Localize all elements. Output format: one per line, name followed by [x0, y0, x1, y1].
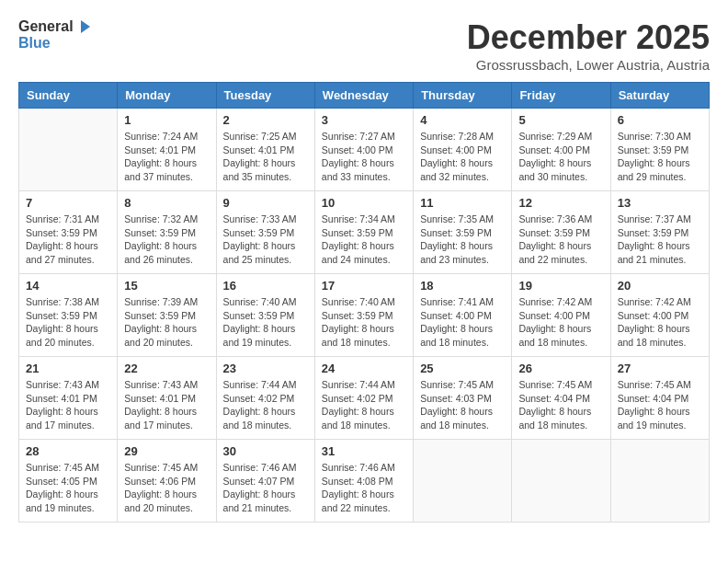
- day-info: Sunrise: 7:33 AMSunset: 3:59 PMDaylight:…: [223, 213, 308, 267]
- location-subtitle: Grossrussbach, Lower Austria, Austria: [467, 57, 710, 73]
- day-cell-3-0: 21Sunrise: 7:43 AMSunset: 4:01 PMDayligh…: [19, 357, 118, 440]
- day-info: Sunrise: 7:28 AMSunset: 4:00 PMDaylight:…: [420, 130, 505, 184]
- day-cell-2-5: 19Sunrise: 7:42 AMSunset: 4:00 PMDayligh…: [512, 274, 610, 357]
- month-title: December 2025: [467, 18, 710, 57]
- day-cell-4-3: 31Sunrise: 7:46 AMSunset: 4:08 PMDayligh…: [314, 440, 413, 523]
- logo-general-text: General: [18, 18, 74, 35]
- day-info: Sunrise: 7:38 AMSunset: 3:59 PMDaylight:…: [26, 295, 110, 350]
- day-number: 29: [124, 444, 209, 458]
- day-cell-3-3: 24Sunrise: 7:44 AMSunset: 4:02 PMDayligh…: [314, 357, 413, 440]
- day-number: 24: [322, 362, 406, 375]
- day-info: Sunrise: 7:46 AMSunset: 4:08 PMDaylight:…: [322, 461, 406, 515]
- day-cell-3-1: 22Sunrise: 7:43 AMSunset: 4:01 PMDayligh…: [118, 357, 216, 440]
- day-cell-0-0: [19, 109, 118, 191]
- day-info: Sunrise: 7:27 AMSunset: 4:00 PMDaylight:…: [322, 130, 406, 184]
- day-cell-4-1: 29Sunrise: 7:45 AMSunset: 4:06 PMDayligh…: [118, 440, 216, 523]
- day-info: Sunrise: 7:45 AMSunset: 4:04 PMDaylight:…: [618, 378, 702, 432]
- day-cell-1-6: 13Sunrise: 7:37 AMSunset: 3:59 PMDayligh…: [610, 191, 709, 274]
- day-number: 25: [420, 362, 505, 375]
- day-cell-3-4: 25Sunrise: 7:45 AMSunset: 4:03 PMDayligh…: [414, 357, 512, 440]
- day-info: Sunrise: 7:30 AMSunset: 3:59 PMDaylight:…: [618, 130, 702, 184]
- header-thursday: Thursday: [414, 83, 512, 109]
- day-cell-0-2: 2Sunrise: 7:25 AMSunset: 4:01 PMDaylight…: [216, 109, 314, 191]
- day-info: Sunrise: 7:31 AMSunset: 3:59 PMDaylight:…: [26, 213, 110, 267]
- day-info: Sunrise: 7:42 AMSunset: 4:00 PMDaylight:…: [518, 295, 603, 350]
- day-info: Sunrise: 7:45 AMSunset: 4:06 PMDaylight:…: [124, 461, 209, 515]
- day-cell-4-6: [610, 440, 709, 523]
- day-number: 11: [420, 196, 505, 210]
- day-number: 21: [26, 362, 110, 375]
- logo-blue-text: Blue: [18, 35, 92, 52]
- day-info: Sunrise: 7:39 AMSunset: 3:59 PMDaylight:…: [124, 295, 209, 350]
- day-number: 22: [124, 362, 209, 375]
- day-number: 28: [26, 444, 110, 458]
- calendar-table: Sunday Monday Tuesday Wednesday Thursday…: [18, 82, 710, 523]
- logo-arrow-icon: [75, 18, 92, 35]
- day-cell-1-0: 7Sunrise: 7:31 AMSunset: 3:59 PMDaylight…: [19, 191, 118, 274]
- day-number: 15: [124, 279, 209, 293]
- day-info: Sunrise: 7:37 AMSunset: 3:59 PMDaylight:…: [618, 213, 702, 267]
- header-saturday: Saturday: [610, 83, 709, 109]
- weekday-header-row: Sunday Monday Tuesday Wednesday Thursday…: [19, 83, 710, 109]
- day-cell-2-6: 20Sunrise: 7:42 AMSunset: 4:00 PMDayligh…: [610, 274, 709, 357]
- day-cell-1-2: 9Sunrise: 7:33 AMSunset: 3:59 PMDaylight…: [216, 191, 314, 274]
- day-info: Sunrise: 7:40 AMSunset: 3:59 PMDaylight:…: [322, 295, 406, 350]
- day-info: Sunrise: 7:35 AMSunset: 3:59 PMDaylight:…: [420, 213, 505, 267]
- day-cell-3-5: 26Sunrise: 7:45 AMSunset: 4:04 PMDayligh…: [512, 357, 610, 440]
- day-cell-1-1: 8Sunrise: 7:32 AMSunset: 3:59 PMDaylight…: [118, 191, 216, 274]
- day-number: 4: [420, 113, 505, 127]
- day-info: Sunrise: 7:44 AMSunset: 4:02 PMDaylight:…: [223, 378, 308, 432]
- day-number: 20: [618, 279, 702, 293]
- day-number: 12: [518, 196, 603, 210]
- page-header: General Blue December 2025 Grossrussbach…: [18, 18, 710, 73]
- day-number: 19: [518, 279, 603, 293]
- day-number: 30: [223, 444, 308, 458]
- day-info: Sunrise: 7:29 AMSunset: 4:00 PMDaylight:…: [518, 130, 603, 184]
- header-wednesday: Wednesday: [314, 83, 413, 109]
- svg-marker-0: [81, 20, 90, 33]
- day-number: 26: [518, 362, 603, 375]
- day-cell-4-0: 28Sunrise: 7:45 AMSunset: 4:05 PMDayligh…: [19, 440, 118, 523]
- week-row-2: 7Sunrise: 7:31 AMSunset: 3:59 PMDaylight…: [19, 191, 710, 274]
- day-cell-0-4: 4Sunrise: 7:28 AMSunset: 4:00 PMDaylight…: [414, 109, 512, 191]
- day-number: 17: [322, 279, 406, 293]
- day-cell-0-5: 5Sunrise: 7:29 AMSunset: 4:00 PMDaylight…: [512, 109, 610, 191]
- day-number: 23: [223, 362, 308, 375]
- title-section: December 2025 Grossrussbach, Lower Austr…: [467, 18, 710, 73]
- day-cell-2-0: 14Sunrise: 7:38 AMSunset: 3:59 PMDayligh…: [19, 274, 118, 357]
- day-cell-0-3: 3Sunrise: 7:27 AMSunset: 4:00 PMDaylight…: [314, 109, 413, 191]
- day-info: Sunrise: 7:42 AMSunset: 4:00 PMDaylight:…: [618, 295, 702, 350]
- day-cell-0-1: 1Sunrise: 7:24 AMSunset: 4:01 PMDaylight…: [118, 109, 216, 191]
- day-cell-1-5: 12Sunrise: 7:36 AMSunset: 3:59 PMDayligh…: [512, 191, 610, 274]
- header-friday: Friday: [512, 83, 610, 109]
- day-number: 7: [26, 196, 110, 210]
- logo: General Blue: [18, 18, 92, 52]
- day-info: Sunrise: 7:40 AMSunset: 3:59 PMDaylight:…: [223, 295, 308, 350]
- day-info: Sunrise: 7:34 AMSunset: 3:59 PMDaylight:…: [322, 213, 406, 267]
- day-info: Sunrise: 7:46 AMSunset: 4:07 PMDaylight:…: [223, 461, 308, 515]
- day-number: 16: [223, 279, 308, 293]
- day-number: 2: [223, 113, 308, 127]
- day-cell-1-4: 11Sunrise: 7:35 AMSunset: 3:59 PMDayligh…: [414, 191, 512, 274]
- week-row-4: 21Sunrise: 7:43 AMSunset: 4:01 PMDayligh…: [19, 357, 710, 440]
- header-sunday: Sunday: [19, 83, 118, 109]
- day-cell-3-2: 23Sunrise: 7:44 AMSunset: 4:02 PMDayligh…: [216, 357, 314, 440]
- day-info: Sunrise: 7:43 AMSunset: 4:01 PMDaylight:…: [124, 378, 209, 432]
- day-info: Sunrise: 7:36 AMSunset: 3:59 PMDaylight:…: [518, 213, 603, 267]
- header-tuesday: Tuesday: [216, 83, 314, 109]
- day-info: Sunrise: 7:44 AMSunset: 4:02 PMDaylight:…: [322, 378, 406, 432]
- day-info: Sunrise: 7:43 AMSunset: 4:01 PMDaylight:…: [26, 378, 110, 432]
- day-cell-4-2: 30Sunrise: 7:46 AMSunset: 4:07 PMDayligh…: [216, 440, 314, 523]
- day-cell-4-4: [414, 440, 512, 523]
- day-number: 8: [124, 196, 209, 210]
- day-info: Sunrise: 7:45 AMSunset: 4:04 PMDaylight:…: [518, 378, 603, 432]
- week-row-1: 1Sunrise: 7:24 AMSunset: 4:01 PMDaylight…: [19, 109, 710, 191]
- day-info: Sunrise: 7:45 AMSunset: 4:03 PMDaylight:…: [420, 378, 505, 432]
- day-info: Sunrise: 7:32 AMSunset: 3:59 PMDaylight:…: [124, 213, 209, 267]
- day-number: 31: [322, 444, 406, 458]
- day-cell-4-5: [512, 440, 610, 523]
- day-cell-0-6: 6Sunrise: 7:30 AMSunset: 3:59 PMDaylight…: [610, 109, 709, 191]
- day-cell-2-2: 16Sunrise: 7:40 AMSunset: 3:59 PMDayligh…: [216, 274, 314, 357]
- week-row-5: 28Sunrise: 7:45 AMSunset: 4:05 PMDayligh…: [19, 440, 710, 523]
- day-cell-1-3: 10Sunrise: 7:34 AMSunset: 3:59 PMDayligh…: [314, 191, 413, 274]
